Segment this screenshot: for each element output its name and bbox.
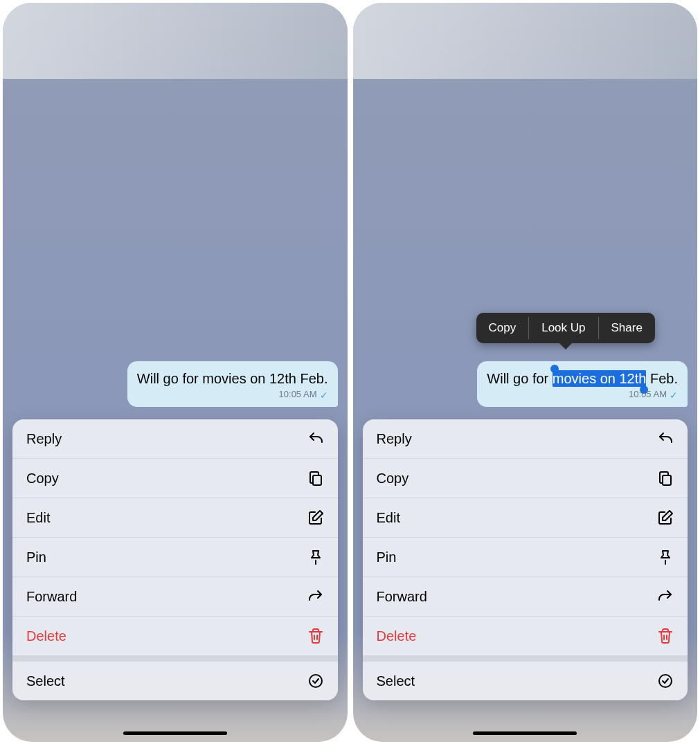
popover-lookup-label: Look Up [541,321,585,335]
message-bubble[interactable]: Will go for movies on 12th Feb. 10:05 AM… [477,361,688,407]
pin-icon [307,549,324,565]
copy-icon [657,470,674,486]
svg-rect-0 [313,475,321,485]
popover-share-label: Share [611,321,643,335]
selected-text[interactable]: movies on 12th [553,370,647,387]
menu-separator [363,656,688,662]
message-row: Will go for movies on 12th Feb. 10:05 AM… [12,361,338,407]
nav-bar-blur [353,3,698,79]
trash-icon [307,628,324,644]
right-screenshot: Copy Look Up Share Will go for movies on… [353,3,698,742]
message-time: 10:05 AM [279,389,317,401]
menu-delete[interactable]: Delete [363,617,688,656]
menu-copy[interactable]: Copy [363,459,688,498]
popover-copy[interactable]: Copy [476,313,529,343]
message-text-suffix: Feb. [646,371,678,386]
message-row: Will go for movies on 12th Feb. 10:05 AM… [363,361,688,407]
menu-select-label: Select [26,673,65,689]
svg-point-1 [309,675,322,687]
menu-edit-label: Edit [377,510,400,526]
menu-pin-label: Pin [26,549,46,565]
context-menu: Reply Copy Edit Pin [363,419,688,700]
message-bubble[interactable]: Will go for movies on 12th Feb. 10:05 AM… [127,361,338,407]
content-area: Will go for movies on 12th Feb. 10:05 AM… [363,361,688,700]
forward-icon [307,588,324,605]
reply-icon [307,430,324,447]
copy-icon [307,470,324,486]
forward-icon [657,588,674,605]
popover-lookup[interactable]: Look Up [529,313,598,343]
menu-reply[interactable]: Reply [363,419,688,459]
home-indicator[interactable] [473,731,577,735]
menu-copy-label: Copy [26,471,59,486]
menu-select[interactable]: Select [12,662,338,700]
pin-icon [657,549,674,565]
svg-rect-2 [663,475,671,485]
nav-bar-blur [3,3,348,79]
menu-select-label: Select [377,673,415,689]
menu-forward-label: Forward [377,589,427,605]
message-text-prefix: Will go for [487,371,552,386]
menu-select[interactable]: Select [363,662,688,700]
svg-point-3 [659,675,672,687]
message-meta: 10:05 AM ✓ [487,389,678,401]
menu-edit-label: Edit [26,510,50,526]
menu-reply-label: Reply [377,431,412,447]
menu-reply-label: Reply [26,431,62,447]
menu-forward[interactable]: Forward [363,577,688,617]
menu-copy-label: Copy [377,471,409,486]
menu-pin[interactable]: Pin [363,538,688,577]
left-screenshot: Will go for movies on 12th Feb. 10:05 AM… [3,3,348,742]
select-icon [657,673,674,689]
delivered-check-icon: ✓ [670,389,678,401]
menu-pin[interactable]: Pin [12,538,338,577]
menu-delete-label: Delete [377,628,417,644]
menu-forward[interactable]: Forward [12,577,338,617]
menu-reply[interactable]: Reply [12,419,338,459]
selection-handle-start[interactable] [550,365,559,373]
text-selection-popover: Copy Look Up Share [476,313,655,343]
popover-share[interactable]: Share [599,313,655,343]
menu-edit[interactable]: Edit [363,498,688,538]
home-indicator[interactable] [123,731,227,735]
menu-delete-label: Delete [26,628,66,644]
edit-icon [657,509,674,526]
message-text-selected: movies on 12th [553,371,647,386]
menu-edit[interactable]: Edit [12,498,338,538]
menu-copy[interactable]: Copy [12,459,338,498]
message-text: Will go for movies on 12th Feb. [137,371,328,386]
select-icon [307,673,324,689]
content-area: Will go for movies on 12th Feb. 10:05 AM… [12,361,338,700]
trash-icon [657,628,674,644]
reply-icon [657,430,674,447]
menu-separator [12,656,338,662]
menu-forward-label: Forward [26,589,77,605]
popover-copy-label: Copy [489,321,517,335]
menu-delete[interactable]: Delete [12,617,338,656]
message-meta: 10:05 AM ✓ [137,389,328,401]
edit-icon [307,509,324,526]
menu-pin-label: Pin [377,549,397,565]
context-menu: Reply Copy Edit Pin [12,419,338,700]
delivered-check-icon: ✓ [320,389,328,401]
